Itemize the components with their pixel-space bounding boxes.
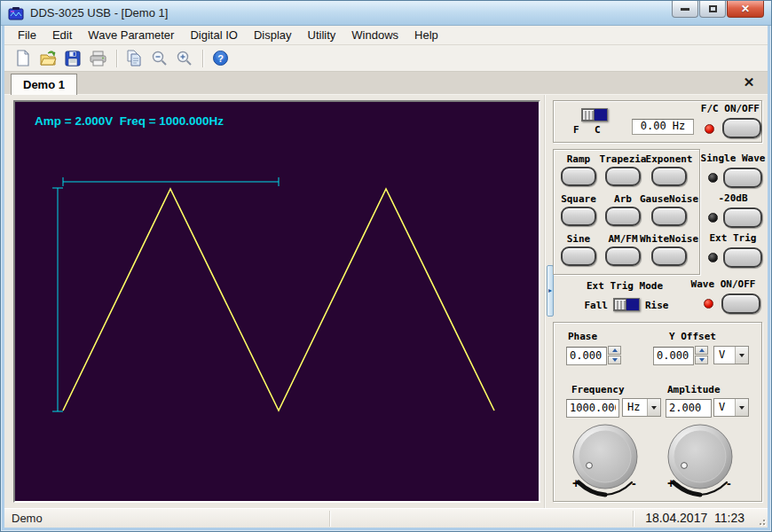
wave-button-gausenoise[interactable] [651,207,687,226]
phase-input[interactable] [566,347,607,365]
wave-button-ramp[interactable] [561,167,596,186]
fc-group: F C 0.00 Hz F/C ON/OFF [553,100,762,143]
phase-spin-up[interactable] [608,346,621,355]
save-file-icon [65,51,81,66]
fc-switch-label-f: F [573,124,579,136]
wave-button-square[interactable] [561,207,596,226]
combo-button[interactable] [735,347,748,364]
control-panel: F C 0.00 Hz F/C ON/OFF RampTrapeziaExpon… [551,95,769,508]
wave-button-trapezia[interactable] [605,167,641,186]
arrow-up-icon [612,348,618,352]
scope-annotation: Amp = 2.000V Freq = 1000.000Hz [35,114,224,128]
copy-button[interactable] [122,48,146,69]
y-offset-unit-value: V [714,347,735,364]
wave-cell-sine: Sine [555,233,602,266]
wave-cell-trapezia: Trapezia [600,153,646,186]
phase-spinner [566,346,621,364]
menu-item-file[interactable]: File [10,26,44,45]
wave-label-trapezia: Trapezia [600,153,647,165]
mode-button-20db[interactable] [723,207,762,228]
wave-cell-ramp: Ramp [555,153,602,186]
wave-button-am-fm[interactable] [605,246,641,266]
tab-demo-1[interactable]: Demo 1 [11,74,77,95]
toolbar-separator [116,50,117,67]
zoom-in-button[interactable] [172,48,195,69]
main-area: Amp = 2.000V Freq = 1000.000Hz ▸ F C [4,95,768,508]
combo-button[interactable] [735,399,748,416]
minimize-icon [681,8,689,11]
fall-rise-switch[interactable] [613,298,640,311]
combo-button[interactable] [647,399,660,416]
tab-close-icon[interactable]: ✕ [741,74,757,90]
wave-label-am-fm: AM/FM [608,233,637,245]
wave-button-exponent[interactable] [651,167,687,186]
y-offset-unit-combo[interactable]: V [713,346,749,364]
status-mode: Demo [12,512,43,525]
parameter-group: Phase Y Offset V [553,322,762,502]
resize-grip[interactable] [754,514,765,525]
menu-bar: FileEditWave ParameterDigital IODisplayU… [4,26,768,45]
zoom-out-button[interactable] [147,48,170,69]
minimize-button[interactable] [672,1,698,18]
ext-trig-mode-title: Ext Trig Mode [551,280,698,292]
phase-label: Phase [568,331,597,342]
maximize-button[interactable] [699,1,726,18]
fc-onoff-button[interactable] [722,118,761,138]
fall-rise-switch-thumb [614,299,626,310]
menu-item-windows[interactable]: Windows [343,26,406,45]
svg-text:?: ? [217,53,224,64]
menu-item-help[interactable]: Help [406,26,446,45]
mode-led-20db [708,213,718,223]
print-button[interactable] [86,48,109,69]
frequency-unit-combo[interactable]: Hz [622,398,661,417]
wave-onoff-led [704,299,713,309]
frequency-knob[interactable]: + - [570,423,641,497]
help-button[interactable]: ? [209,48,232,69]
mode-button-ext-trig[interactable] [723,247,762,268]
save-file-button[interactable] [61,48,84,69]
close-button[interactable]: ✕ [727,1,764,18]
new-document-button[interactable] [12,48,35,69]
wave-button-arb[interactable] [605,207,641,226]
menu-item-utility[interactable]: Utility [300,26,344,45]
y-offset-spin-down[interactable] [695,356,708,364]
menu-item-wave-parameter[interactable]: Wave Parameter [80,26,182,45]
wave-label-arb: Arb [614,193,632,205]
open-file-button[interactable] [36,48,59,69]
wave-onoff-button[interactable] [721,293,760,314]
zoom-out-icon [151,50,168,66]
amplitude-field-wrap [666,398,712,417]
maximize-icon [709,5,717,12]
mode-button-single-wave[interactable] [723,168,762,188]
amplitude-knob[interactable]: + - [665,423,736,497]
knob-indicator-dot [587,463,593,469]
y-offset-spin-up[interactable] [695,346,708,355]
chevron-down-icon [739,406,744,410]
fc-onoff-led [705,124,714,134]
frequency-input[interactable] [566,399,619,418]
knob-plus-label: + [667,476,674,490]
arrow-down-icon [612,358,618,362]
frequency-label: Frequency [571,384,625,395]
wave-button-whitenoise[interactable] [651,246,687,266]
wave-cell-exponent: Exponent [646,153,692,186]
app-window: DDS-3025 USB - [Demo 1] ✕ FileEditWave P… [0,0,772,532]
knob-indicator-dot [681,463,688,469]
phase-spin-down[interactable] [608,356,621,364]
status-datetime: 18.04.2017 11:23 [645,511,744,525]
fc-switch[interactable] [581,108,608,121]
menu-item-display[interactable]: Display [246,26,300,45]
wave-button-sine[interactable] [561,246,596,266]
mode-label-single-wave: Single Wave [700,153,766,164]
wave-cell-gausenoise: GauseNoise [646,193,692,226]
amplitude-input[interactable] [666,399,712,418]
status-bar: Demo 18.04.2017 11:23 [4,508,768,528]
wave-label-ramp: Ramp [567,153,591,165]
toolbar: ? [4,45,768,72]
status-separator [329,511,330,527]
menu-item-edit[interactable]: Edit [44,26,80,45]
menu-item-digital-io[interactable]: Digital IO [182,26,245,45]
amplitude-unit-combo[interactable]: V [713,398,749,417]
wave-cell-square: Square [555,193,602,226]
y-offset-input[interactable] [653,347,694,365]
